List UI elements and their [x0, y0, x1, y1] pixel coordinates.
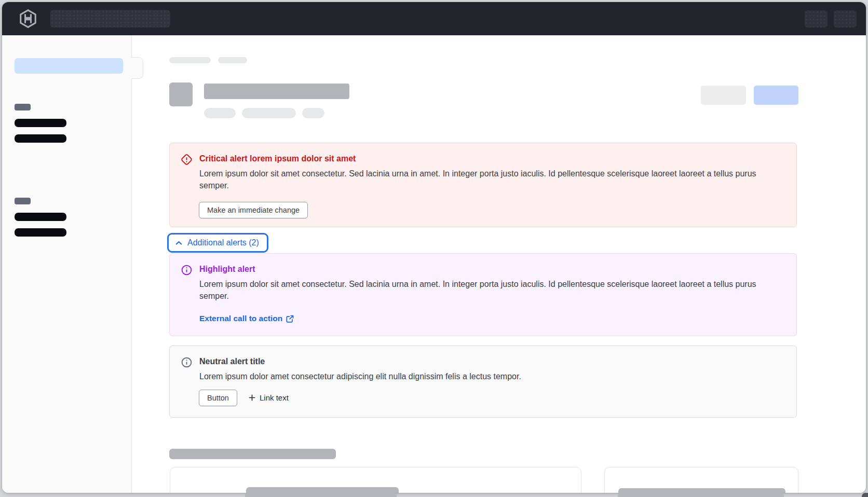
- card-bar-placeholder: [618, 488, 785, 493]
- page-icon-placeholder: [169, 82, 193, 106]
- badge-placeholder: [302, 108, 324, 118]
- neutral-alert-link[interactable]: Link text: [249, 393, 289, 402]
- sidebar-item-placeholder[interactable]: [15, 119, 66, 127]
- header-primary-button-placeholder[interactable]: [754, 86, 798, 105]
- app-window: Critical alert lorem ipsum dolor sit ame…: [2, 2, 866, 493]
- card-placeholder: [170, 467, 581, 493]
- critical-alert-body: Lorem ipsum dolor sit amet consectetur. …: [199, 168, 782, 191]
- sidebar-active-item-placeholder[interactable]: [15, 58, 123, 74]
- hashicorp-logo-icon: [18, 9, 38, 29]
- neutral-alert-button[interactable]: Button: [199, 390, 237, 406]
- highlight-alert-title: Highlight alert: [199, 265, 255, 274]
- info-circle-icon: [181, 264, 193, 276]
- additional-alerts-toggle[interactable]: Additional alerts (2): [167, 233, 268, 253]
- additional-alerts-label: Additional alerts (2): [187, 238, 259, 247]
- neutral-alert-title: Neutral alert title: [199, 357, 265, 366]
- breadcrumb-placeholder[interactable]: [218, 57, 247, 63]
- chevron-up-icon: [175, 239, 183, 247]
- sidebar: [2, 35, 132, 493]
- neutral-alert: Neutral alert title Lorem ipsum dolor am…: [169, 346, 797, 418]
- sidebar-item-placeholder[interactable]: [15, 213, 66, 221]
- card-bar-placeholder: [246, 487, 399, 493]
- external-link-label: External call to action: [199, 314, 282, 323]
- sidebar-section-label-placeholder: [15, 104, 31, 111]
- nav-search-placeholder: [50, 10, 170, 27]
- top-nav: [2, 2, 866, 35]
- background-bar-placeholder: [245, 493, 397, 497]
- sidebar-item-placeholder[interactable]: [15, 134, 66, 143]
- badge-placeholder: [204, 108, 236, 118]
- external-call-to-action-link[interactable]: External call to action: [199, 314, 294, 323]
- background-dark-corner: [862, 493, 868, 497]
- card-placeholder: [604, 467, 798, 493]
- info-circle-icon: [181, 356, 193, 368]
- breadcrumb-placeholder[interactable]: [169, 57, 211, 63]
- sidebar-item-placeholder[interactable]: [15, 228, 66, 237]
- neutral-link-label: Link text: [260, 393, 289, 402]
- badge-placeholder: [242, 108, 296, 118]
- header-secondary-button-placeholder[interactable]: [701, 86, 746, 105]
- main-content: Critical alert lorem ipsum dolor sit ame…: [132, 35, 866, 493]
- neutral-alert-body: Lorem ipsum dolor amet consectetur adipi…: [199, 370, 782, 382]
- desktop-canvas: Critical alert lorem ipsum dolor sit ame…: [0, 0, 868, 497]
- nav-help-placeholder[interactable]: [805, 10, 828, 27]
- critical-alert: Critical alert lorem ipsum dolor sit ame…: [169, 143, 797, 227]
- background-bar-placeholder: [618, 493, 784, 497]
- section-title-placeholder: [169, 449, 336, 459]
- immediate-change-button[interactable]: Make an immediate change: [199, 202, 308, 218]
- highlight-alert-body: Lorem ipsum dolor sit amet consectetur. …: [199, 278, 782, 302]
- sidebar-section-label-placeholder: [15, 198, 31, 204]
- page-title-placeholder: [204, 84, 349, 99]
- nav-user-placeholder[interactable]: [834, 10, 857, 27]
- alert-diamond-icon: [181, 154, 193, 165]
- external-link-icon: [286, 315, 294, 323]
- sidebar-collapse-toggle[interactable]: [131, 57, 143, 79]
- critical-alert-title: Critical alert lorem ipsum dolor sit ame…: [199, 154, 356, 163]
- plus-icon: [249, 394, 255, 401]
- highlight-alert: Highlight alert Lorem ipsum dolor sit am…: [169, 253, 797, 336]
